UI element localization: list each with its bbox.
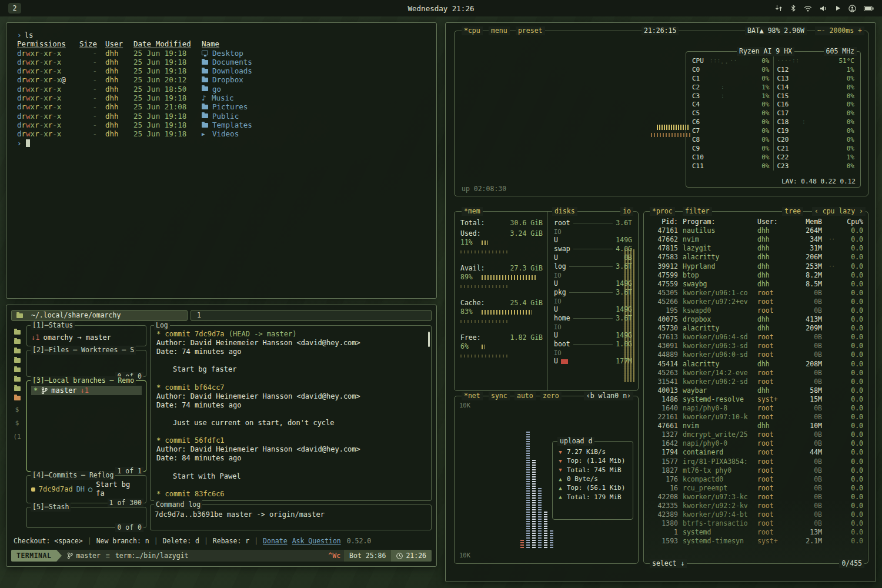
proc-row[interactable]: 47583alacrittydhh206M0.0: [644, 253, 868, 262]
btop-tab-zero[interactable]: zero: [540, 392, 562, 400]
sync-icon[interactable]: [775, 5, 783, 12]
bluetooth-icon[interactable]: [790, 5, 796, 12]
commits-panel[interactable]: [4]─Commits ─ Reflog 7dc9d7ad DH ○ Start…: [26, 475, 146, 503]
file-name[interactable]: Dropbox: [193, 75, 243, 84]
proc-row[interactable]: 39912Hyprlanddhh253M··0.0: [644, 262, 868, 270]
playback-icon[interactable]: [835, 5, 841, 11]
wifi-icon[interactable]: [804, 5, 812, 12]
btop-tab-auto[interactable]: auto: [514, 392, 536, 400]
commit-row[interactable]: 7dc9d7ad DH ○ Start bg fa: [31, 480, 142, 498]
proc-row[interactable]: 47161nautilusdhh264M0.0: [644, 226, 868, 235]
battery-icon[interactable]: [864, 6, 874, 11]
scrollbar-thumb[interactable]: [428, 332, 430, 347]
proc-row[interactable]: 42208kworker/u97:3-kcroot0B0.0: [644, 493, 868, 502]
proc-row[interactable]: 45266kworker/u97:2+evroot0B0.0: [644, 298, 868, 306]
proc-program: kworker/u92:2-kv: [683, 502, 757, 510]
btop-window[interactable]: *cpu menu preset 21:26:15 BAT▲ 98% 2.96W…: [445, 22, 876, 582]
log-panel[interactable]: Log * commit 7dc9d7a (HEAD -> master)Aut…: [150, 325, 432, 501]
terminal-window-ls[interactable]: › ls Permissions Size User Date Modified…: [6, 22, 437, 299]
proc-row[interactable]: 43091kworker/u96:3-sdroot0B0.0: [644, 342, 868, 350]
proc-row[interactable]: 1642napi/phy0-0root0B0.0: [644, 439, 868, 448]
proc-row[interactable]: 47661nvimdhh10M0.0: [644, 422, 868, 430]
mode-indicator[interactable]: TERMINAL: [11, 550, 56, 562]
branch-row[interactable]: * master ↓1: [31, 386, 142, 395]
help-link[interactable]: Donate: [263, 537, 288, 546]
proc-row[interactable]: 31541kworker/u96:2-sdroot0B0.0: [644, 377, 868, 386]
proc-row[interactable]: 45263kworker/14:2-everoot0B0.0: [644, 369, 868, 377]
proc-row[interactable]: 1systemdroot13M0.0: [644, 528, 868, 537]
proc-row[interactable]: 42335kworker/u92:2-kvroot0B0.0: [644, 502, 868, 510]
btop-tab-net[interactable]: *net: [462, 392, 483, 400]
file-name[interactable]: Music: [193, 93, 234, 102]
proc-row[interactable]: 47613kworker/u96:4-sdroot0B0.0: [644, 333, 868, 342]
up-arrow-icon: [557, 492, 563, 502]
file-name[interactable]: Pictures: [193, 102, 248, 111]
tab-indicator[interactable]: 1: [191, 310, 432, 321]
command-log-panel[interactable]: Command log 7dc9d7a..b3691be master -> o…: [150, 505, 432, 530]
proc-footer-select[interactable]: select ↓: [650, 559, 687, 568]
branches-panel[interactable]: [3]─Local branches ─ Remo * master ↓1 1 …: [26, 380, 146, 472]
net-stats-title[interactable]: upload d: [557, 437, 594, 446]
prompt-line[interactable]: ›: [17, 139, 426, 148]
proc-row[interactable]: 195kswapd0root0B0.0: [644, 306, 868, 315]
repo-path[interactable]: ~/.local/share/omarchy: [11, 310, 188, 321]
update-interval[interactable]: ~- 2000ms +: [815, 26, 864, 35]
file-name[interactable]: Templates: [193, 121, 252, 129]
btop-tab-cpu[interactable]: *cpu: [462, 26, 483, 35]
proc-row[interactable]: 45414alacrittydhh208M0.0: [644, 360, 868, 369]
proc-row[interactable]: 1593systemd-timesynsyst+2.1M0.0: [644, 537, 868, 546]
disk-name: swap: [554, 245, 570, 253]
proc-row[interactable]: 47599btopdhh8.2M0.0: [644, 271, 868, 280]
proc-row[interactable]: 16rcu_preemptroot0B0.0: [644, 484, 868, 493]
proc-row[interactable]: 1486systemd-resolvesyst+15M0.0: [644, 395, 868, 404]
proc-row[interactable]: 40013waybardhh58M0.0: [644, 386, 868, 395]
proc-row[interactable]: 1327dmcrypt_write/25root0B0.0: [644, 430, 868, 439]
proc-pid: 42389: [649, 510, 678, 519]
account-icon[interactable]: [848, 5, 856, 12]
help-item[interactable]: New branch: n: [96, 537, 149, 546]
volume-icon[interactable]: [820, 5, 827, 12]
proc-row[interactable]: 47815lazygitdhh31M0.0: [644, 244, 868, 253]
terminal-cursor[interactable]: [26, 139, 30, 147]
lazygit-window[interactable]: ~/.local/share/omarchy 1 $$(1 [1]─Status…: [6, 305, 437, 567]
proc-row[interactable]: 42389kworker/u97:4-btroot0B0.0: [644, 510, 868, 519]
proc-row[interactable]: 1640napi/phy0-8root0B0.0: [644, 404, 868, 413]
proc-row[interactable]: 1794containerdroot44M0.0: [644, 448, 868, 457]
network-interface[interactable]: ‹b wlan0 n›: [584, 392, 633, 400]
proc-row[interactable]: 45730alacrittydhh209M0.0: [644, 324, 868, 333]
file-name[interactable]: Desktop: [193, 49, 243, 58]
proc-pid: 40075: [649, 315, 678, 324]
proc-row[interactable]: 47662nvimdhh34M··0.0: [644, 235, 868, 244]
btop-tab-menu[interactable]: menu: [489, 26, 510, 35]
proc-row[interactable]: 47559swaybgdhh8.5M0.0: [644, 280, 868, 289]
stash-panel[interactable]: [5]─Stash 0 of 0: [26, 507, 146, 528]
file-name[interactable]: Videos: [193, 129, 239, 139]
btop-tab-sync[interactable]: sync: [489, 392, 510, 400]
proc-row[interactable]: 45305kworker/u96:1-coroot0B0.0: [644, 289, 868, 298]
ls-row: drwxr-xr-x-dhh25 Jun 19:18Desktop: [17, 49, 426, 58]
proc-row[interactable]: 1577irq/81-PIXA3854:root0B0.0: [644, 457, 868, 466]
btop-tab-proc[interactable]: *proc: [650, 207, 675, 216]
btop-tab-preset[interactable]: preset: [516, 26, 545, 35]
proc-program: systemd: [683, 528, 757, 537]
file-name[interactable]: Documents: [193, 58, 252, 66]
proc-row[interactable]: 1380btrfs-transactioroot0B0.0: [644, 519, 868, 528]
files-panel[interactable]: [2]─Files ─ Worktrees ─ S 0 of 0: [26, 350, 146, 377]
proc-sort-selector[interactable]: ‹ cpu lazy ›: [812, 207, 866, 216]
file-name[interactable]: Downloads: [193, 66, 252, 75]
btop-tab-tree[interactable]: tree: [782, 207, 803, 216]
help-link[interactable]: Ask Question: [292, 537, 341, 546]
proc-row[interactable]: 44889kworker/u96:0-sdroot0B0.0: [644, 350, 868, 359]
proc-row[interactable]: 1827mt76-tx phy0root0B0.0: [644, 466, 868, 475]
file-name[interactable]: Public: [193, 112, 239, 121]
proc-row[interactable]: 22161kworker/u97:10-kroot0B0.0: [644, 413, 868, 422]
help-item[interactable]: Rebase: r: [213, 537, 249, 546]
proc-mem: 34M: [790, 235, 822, 244]
btop-tab-filter[interactable]: filter: [683, 207, 712, 216]
help-item[interactable]: Checkout: <space>: [14, 537, 83, 546]
proc-row[interactable]: 40075dropboxdhh413M0.0: [644, 315, 868, 324]
proc-row[interactable]: 176kcompactd0root0B0.0: [644, 475, 868, 484]
status-panel[interactable]: [1]─Status ↓1 omarchy → master: [26, 325, 146, 346]
help-item[interactable]: Delete: d: [163, 537, 199, 546]
file-name[interactable]: go: [193, 85, 221, 93]
